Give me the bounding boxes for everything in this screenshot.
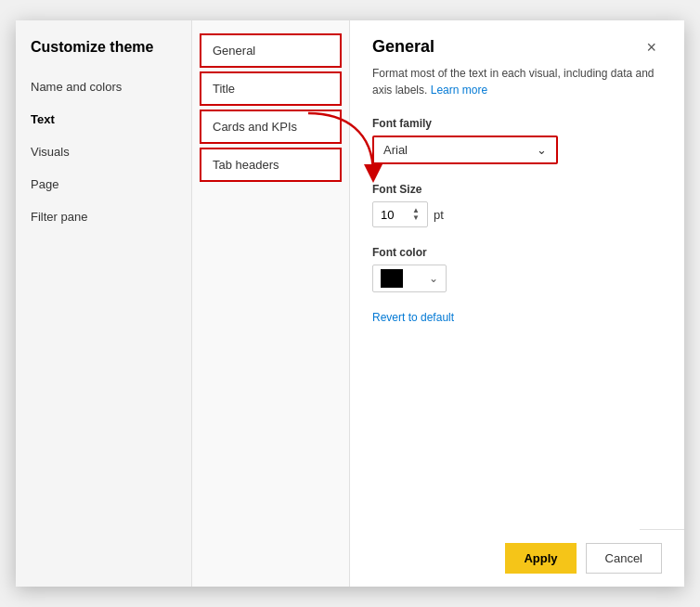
cancel-button[interactable]: Cancel <box>586 543 662 574</box>
panel-description: Format most of the text in each visual, … <box>372 65 662 98</box>
learn-more-link[interactable]: Learn more <box>431 84 487 97</box>
font-color-swatch-box <box>381 269 403 288</box>
chevron-down-icon-color: ⌄ <box>429 272 438 285</box>
right-panel-header: General × <box>372 37 662 58</box>
revert-to-default-link[interactable]: Revert to default <box>372 311 662 324</box>
font-size-label: Font Size <box>372 183 662 196</box>
font-color-label: Font color <box>372 246 662 259</box>
middle-item-general[interactable]: General <box>200 33 342 68</box>
sidebar-item-name-and-colors[interactable]: Name and colors <box>16 71 191 103</box>
close-button[interactable]: × <box>641 37 662 58</box>
dialog-footer: Apply Cancel <box>640 529 684 587</box>
right-panel-title: General <box>372 37 434 57</box>
sidebar: Customize theme Name and colors Text Vis… <box>16 20 192 587</box>
middle-item-cards-and-kpis[interactable]: Cards and KPIs <box>200 110 342 144</box>
font-color-dropdown[interactable]: ⌄ <box>372 265 447 292</box>
font-size-input[interactable]: 10 ▲ ▼ <box>372 201 428 227</box>
font-size-spinner[interactable]: ▲ ▼ <box>412 207 420 222</box>
font-size-row: 10 ▲ ▼ pt <box>372 201 662 227</box>
font-family-value: Arial <box>383 143 408 157</box>
customize-theme-dialog: Customize theme Name and colors Text Vis… <box>16 20 684 587</box>
apply-button[interactable]: Apply <box>505 543 576 574</box>
middle-item-tab-headers[interactable]: Tab headers <box>200 148 342 182</box>
middle-item-title[interactable]: Title <box>200 71 342 106</box>
sidebar-title: Customize theme <box>16 20 191 71</box>
font-family-dropdown[interactable]: Arial ⌄ <box>372 136 558 164</box>
sidebar-item-filter-pane[interactable]: Filter pane <box>16 200 191 233</box>
font-size-unit: pt <box>434 208 444 222</box>
sidebar-item-text[interactable]: Text <box>16 103 191 136</box>
font-family-label: Font family <box>372 117 662 130</box>
sidebar-item-visuals[interactable]: Visuals <box>16 136 191 168</box>
font-size-value: 10 <box>381 208 394 222</box>
sidebar-item-page[interactable]: Page <box>16 168 191 200</box>
right-panel: General × Format most of the text in eac… <box>350 20 684 587</box>
spinner-down-icon[interactable]: ▼ <box>412 214 420 222</box>
chevron-down-icon: ⌄ <box>537 143 547 157</box>
middle-panel: General Title Cards and KPIs Tab headers <box>192 20 350 587</box>
